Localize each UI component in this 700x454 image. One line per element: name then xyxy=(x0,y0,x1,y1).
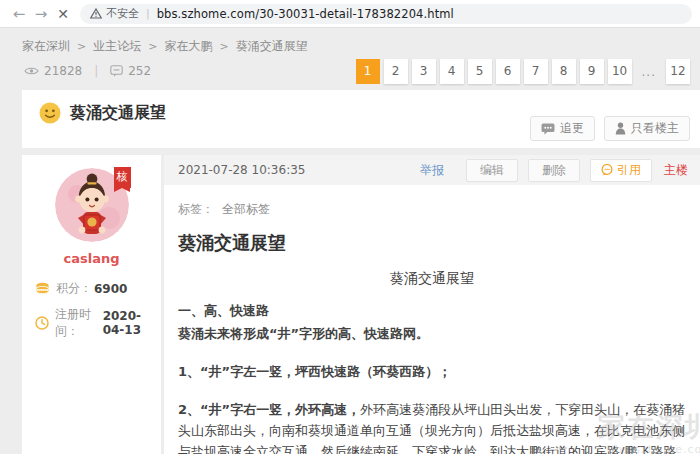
quote-button[interactable]: 引用 xyxy=(590,159,652,182)
page-button-2[interactable]: 2 xyxy=(384,59,408,84)
post-content: 2021-07-28 10:36:35 举报 编辑 删除 引用 主楼 标签：全部… xyxy=(164,155,700,454)
page-button-9[interactable]: 9 xyxy=(580,59,604,84)
page-button-7[interactable]: 7 xyxy=(524,59,548,84)
page-url: bbs.szhome.com/30-30031-detail-178382204… xyxy=(157,7,454,21)
comments-count: 252 xyxy=(128,64,151,78)
forward-icon[interactable]: → xyxy=(30,3,52,25)
post-timestamp: 2021-07-28 10:36:35 xyxy=(178,163,305,177)
registered-label: 注册时间： xyxy=(55,306,101,340)
author-username[interactable]: caslang xyxy=(22,251,161,266)
post-header: 2021-07-28 10:36:35 举报 编辑 删除 引用 主楼 xyxy=(164,155,700,185)
warning-icon xyxy=(90,8,102,19)
tags-value[interactable]: 全部标签 xyxy=(222,202,270,216)
page-title: 葵涌交通展望 xyxy=(70,103,166,124)
comments-icon xyxy=(110,65,123,77)
verified-badge: 核 xyxy=(114,167,131,188)
author-only-icon xyxy=(615,122,626,135)
points-label: 积分： xyxy=(56,280,92,297)
author-only-button[interactable]: 只看楼主 xyxy=(604,116,690,141)
security-label: 不安全 xyxy=(106,6,139,21)
follow-icon xyxy=(541,123,555,135)
breadcrumb-separator: > xyxy=(77,40,86,53)
thread-title-card: 葵涌交通展望 追更 只看楼主 xyxy=(22,90,700,148)
points-value: 6900 xyxy=(94,282,127,296)
follow-updates-label: 追更 xyxy=(560,120,584,137)
page-button-10[interactable]: 10 xyxy=(608,59,632,84)
register-time-icon xyxy=(35,316,49,330)
page-ellipsis: ... xyxy=(642,65,656,79)
breadcrumb-separator: > xyxy=(148,40,157,53)
breadcrumb: 家在深圳 > 业主论坛 > 家在大鹏 > 葵涌交通展望 xyxy=(22,38,308,55)
delete-button[interactable]: 删除 xyxy=(528,159,580,182)
follow-updates-button[interactable]: 追更 xyxy=(530,116,595,141)
points-icon xyxy=(35,282,50,295)
quote-icon xyxy=(601,164,613,176)
report-link[interactable]: 举报 xyxy=(420,162,444,179)
paragraph-item-2: 2、“井”字右一竖，外环高速，外环高速葵涌段从坪山田头出发，下穿田头山，在葵涌猪… xyxy=(178,399,686,454)
stats-divider: | xyxy=(94,64,98,78)
author-only-label: 只看楼主 xyxy=(631,120,679,137)
page-button-3[interactable]: 3 xyxy=(412,59,436,84)
views-icon xyxy=(24,66,39,76)
author-points-row: 积分： 6900 xyxy=(35,280,161,297)
page-button-1[interactable]: 1 xyxy=(356,59,380,84)
page-button-6[interactable]: 6 xyxy=(496,59,520,84)
thread-stats: 21828 | 252 xyxy=(24,64,151,78)
views-count: 21828 xyxy=(44,64,82,78)
floor-label[interactable]: 主楼 xyxy=(664,162,688,179)
page-button-8[interactable]: 8 xyxy=(552,59,576,84)
paragraph-section-heading: 一、高、快速路 xyxy=(178,300,686,321)
quote-label: 引用 xyxy=(617,162,641,179)
tags-row: 标签：全部标签 xyxy=(178,201,686,218)
browser-toolbar: ← → ✕ 不安全 | bbs.szhome.com/30-30031-deta… xyxy=(0,0,700,28)
paragraph-intro: 葵涌未来将形成“井”字形的高、快速路网。 xyxy=(178,323,686,344)
back-icon[interactable]: ← xyxy=(8,3,30,25)
page-button-5[interactable]: 5 xyxy=(468,59,492,84)
page-button-12[interactable]: 12 xyxy=(666,59,690,84)
paragraph-item-1: 1、“井”字左一竖，坪西快速路（环葵西路）； xyxy=(178,361,686,382)
registered-value: 2020-04-13 xyxy=(103,309,161,337)
author-sidebar: 核 caslang 积分： 6900 注册时间： 2020-04-13 xyxy=(22,155,161,454)
smiley-icon xyxy=(39,102,61,124)
tags-label: 标签： xyxy=(178,202,214,216)
breadcrumb-separator: > xyxy=(219,40,228,53)
stop-icon[interactable]: ✕ xyxy=(52,3,74,25)
post-title: 葵涌交通展望 xyxy=(178,231,686,255)
post-centered-title: 葵涌交通展望 xyxy=(178,270,686,288)
post-body: 标签：全部标签 葵涌交通展望 葵涌交通展望 一、高、快速路 葵涌未来将形成“井”… xyxy=(164,185,700,454)
omnibox-divider: | xyxy=(146,7,150,20)
breadcrumb-board[interactable]: 家在大鹏 xyxy=(164,38,212,55)
address-bar[interactable]: 不安全 | bbs.szhome.com/30-30031-detail-178… xyxy=(80,4,692,24)
breadcrumb-thread[interactable]: 葵涌交通展望 xyxy=(236,38,308,55)
breadcrumb-forums[interactable]: 业主论坛 xyxy=(93,38,141,55)
breadcrumb-home[interactable]: 家在深圳 xyxy=(22,38,70,55)
pagination: 1 2 3 4 5 6 7 8 9 10 ... 12 xyxy=(352,59,690,84)
edit-button[interactable]: 编辑 xyxy=(466,159,518,182)
page-button-4[interactable]: 4 xyxy=(440,59,464,84)
author-registered-row: 注册时间： 2020-04-13 xyxy=(35,306,161,340)
